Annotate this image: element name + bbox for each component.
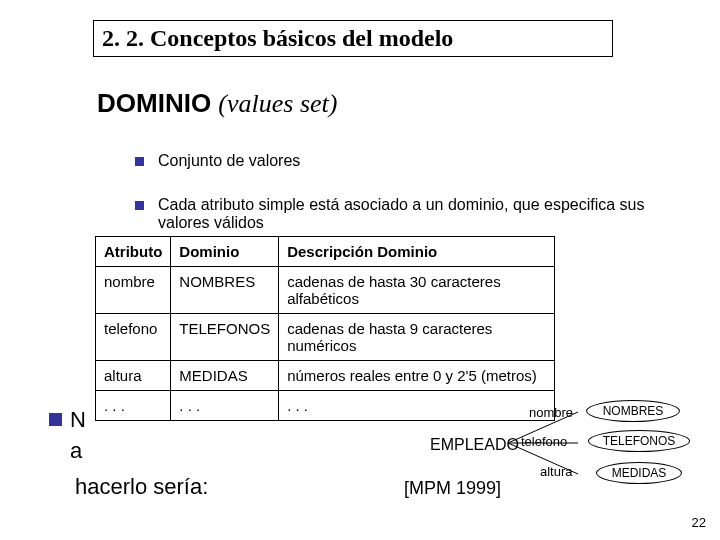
oval-medidas: MEDIDAS (596, 462, 682, 484)
title-paren: (values set) (218, 89, 337, 118)
th-atributo: Atributo (96, 237, 171, 267)
table-row: nombre NOMBRES cadenas de hasta 30 carac… (96, 267, 555, 314)
entity-label: EMPLEADO (430, 436, 519, 454)
citation: [MPM 1999] (404, 478, 501, 499)
text-fragment: a (70, 438, 82, 464)
cell-desc: cadenas de hasta 9 caracteres numéricos (279, 314, 555, 361)
attr-telefono: telefono (521, 434, 567, 449)
table-row: telefono TELEFONOS cadenas de hasta 9 ca… (96, 314, 555, 361)
bullet-square-icon (135, 201, 144, 210)
cell-dominio: NOMBRES (171, 267, 279, 314)
section-heading: 2. 2. Conceptos básicos del modelo (93, 20, 613, 57)
title-main: DOMINIO (97, 88, 211, 118)
page-number: 22 (692, 515, 706, 530)
text-fragment: N (70, 407, 86, 433)
oval-nombres: NOMBRES (586, 400, 680, 422)
cell-dominio: MEDIDAS (171, 361, 279, 391)
cell-dominio: . . . (171, 391, 279, 421)
th-dominio: Dominio (171, 237, 279, 267)
cell-desc: números reales entre 0 y 2'5 (metros) (279, 361, 555, 391)
cell-atributo: nombre (96, 267, 171, 314)
cell-desc: cadenas de hasta 30 caracteres alfabétic… (279, 267, 555, 314)
oval-telefonos: TELEFONOS (588, 430, 690, 452)
text-fragment: hacerlo sería: (75, 474, 208, 500)
bullet-1-text: Conjunto de valores (158, 152, 300, 170)
slide-title: DOMINIO (values set) (97, 88, 337, 119)
cell-atributo: . . . (96, 391, 171, 421)
bullet-square-icon (135, 157, 144, 166)
bullet-2: Cada atributo simple está asociado a un … (135, 196, 690, 232)
domain-table: Atributo Dominio Descripción Dominio nom… (95, 236, 555, 421)
cell-atributo: altura (96, 361, 171, 391)
attr-nombre: nombre (529, 405, 573, 420)
cell-dominio: TELEFONOS (171, 314, 279, 361)
bullet-2-text: Cada atributo simple está asociado a un … (158, 196, 690, 232)
cell-atributo: telefono (96, 314, 171, 361)
table-row: altura MEDIDAS números reales entre 0 y … (96, 361, 555, 391)
bullet-1: Conjunto de valores (135, 152, 690, 170)
table-header-row: Atributo Dominio Descripción Dominio (96, 237, 555, 267)
table-row: . . . . . . . . . (96, 391, 555, 421)
attr-altura: altura (540, 464, 573, 479)
th-descripcion: Descripción Dominio (279, 237, 555, 267)
bullet-square-icon (49, 413, 62, 426)
